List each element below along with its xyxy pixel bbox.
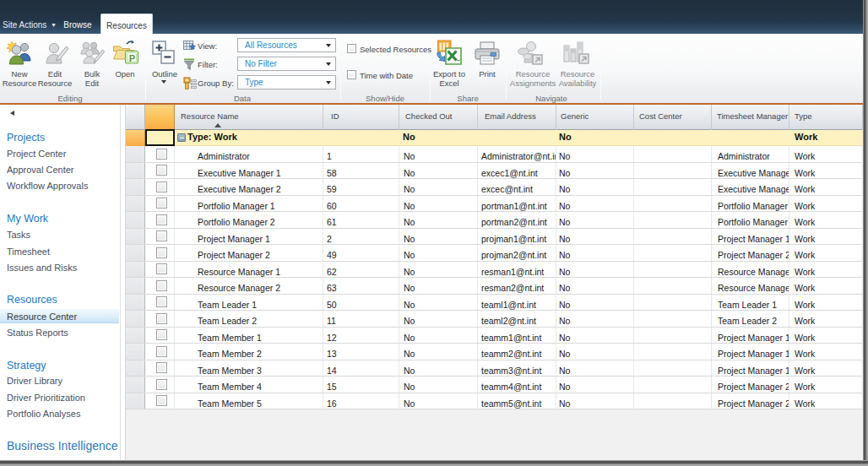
- svg-text:P: P: [129, 53, 135, 63]
